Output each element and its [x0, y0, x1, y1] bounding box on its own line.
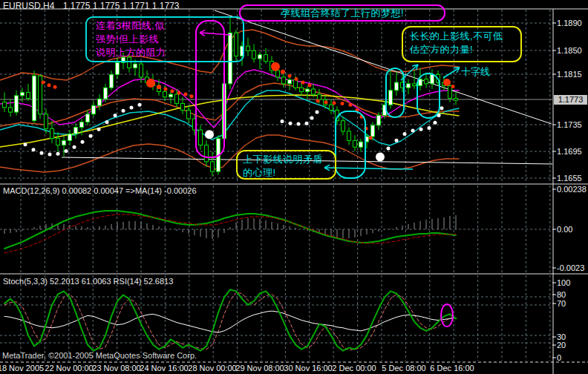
macd-axis-label: 0.00: [557, 225, 572, 234]
candle-body: [407, 84, 411, 88]
sar-dot-red: [271, 62, 280, 71]
candle-body: [163, 92, 167, 97]
annotation-line: 上下影线说明矛盾: [243, 153, 335, 166]
candle-body: [454, 98, 458, 100]
candle-body: [187, 110, 191, 119]
sar-dot-white: [316, 111, 319, 114]
sar-dot-red: [324, 100, 328, 104]
sar-dot-white: [32, 148, 36, 151]
candle-body: [211, 162, 215, 171]
candle-body: [39, 76, 42, 114]
mt4-chart-window: EURUSD,H4 1.1775 1.1775 1.1771 1.1773 MA…: [0, 0, 588, 374]
candle-body: [431, 74, 434, 83]
sar-dot-white: [440, 106, 444, 110]
time-axis-label: 22 Nov 00:00: [45, 364, 93, 373]
time-axis-label: 29 Nov 08:00: [235, 364, 284, 373]
sar-dot-red: [451, 85, 455, 88]
sar-dot-white: [281, 119, 284, 123]
candle-body: [288, 80, 292, 84]
sar-dot-white: [48, 153, 52, 157]
sar-dot-red: [281, 70, 285, 74]
annotation-upper-lower-shadow[interactable]: 上下影线说明矛盾 的心理!: [236, 150, 336, 180]
sar-dot-red: [177, 91, 181, 95]
sar-dot-red: [164, 87, 168, 91]
sar-dot-red: [184, 93, 188, 96]
time-axis-label: 24 Nov 16:00: [140, 364, 188, 373]
sar-dot-red: [316, 99, 320, 102]
candle-body: [353, 140, 357, 147]
rsi-line: [4, 311, 456, 332]
sar-dot-white: [411, 129, 415, 133]
sar-dot-red: [333, 101, 336, 105]
sar-dot-white: [205, 130, 214, 139]
current-price-tag: 1.1773: [554, 95, 587, 105]
sar-dot-white: [419, 128, 423, 131]
candle-body: [134, 64, 137, 68]
time-axis-label: 18 Nov 2005: [0, 364, 44, 373]
macd-axis-label: 0.00238: [557, 185, 587, 194]
time-axis-label: 30 Nov 16:00: [284, 364, 332, 373]
candle-body: [264, 55, 268, 62]
annotation-three-bull-candles[interactable]: 连着3根阳线,似 强势!但上影线 说明上方的阻力: [85, 16, 244, 62]
sar-dot-white: [89, 134, 93, 138]
sar-dot-white: [40, 151, 44, 155]
candle-body: [21, 92, 24, 95]
sar-dot-red: [443, 79, 451, 86]
price-axis-label: 1.1850: [557, 46, 582, 55]
stoch-rsi-indicator-label: Stoch(5,3,3) 52.2013 61.0063 RSI(14) 52.…: [3, 277, 173, 286]
stoch-axis-label: 0: [557, 353, 561, 362]
sar-dot-white: [395, 139, 399, 142]
candle-body: [86, 114, 90, 122]
annotation-harami-pattern[interactable]: 孕线组合终结了上行的梦想!: [239, 4, 445, 22]
sar-dot-red: [301, 81, 305, 85]
sar-dot-red: [349, 103, 353, 107]
candle-body: [330, 105, 333, 110]
annotation-long-upper-shadow[interactable]: 长长的上影线,不可低 估空方的力量!: [402, 26, 522, 62]
sar-dot-white: [434, 121, 437, 125]
ohlc-values: 1.1775 1.1775 1.1771 1.1773: [63, 1, 180, 11]
candle-body: [312, 89, 316, 94]
sar-dot-white: [105, 120, 109, 124]
candle-body: [377, 116, 381, 125]
sar-dot-red: [295, 77, 298, 81]
sar-dot-white: [403, 132, 407, 136]
price-axis-label: 1.1815: [557, 70, 582, 79]
sar-dot-white: [297, 122, 301, 126]
candle-body: [33, 76, 36, 120]
time-axis-label: 23 Nov 08:00: [92, 364, 140, 373]
candle-body: [74, 128, 78, 134]
sar-dot-white: [310, 117, 314, 120]
sar-dot-white: [122, 109, 125, 113]
sar-dot-white: [305, 122, 309, 125]
candle-body: [104, 88, 108, 99]
sar-dot-red: [369, 136, 373, 140]
candle-body: [116, 62, 120, 74]
sar-dot-white: [289, 122, 293, 125]
candle-body: [300, 88, 304, 91]
price-axis-label: 1.1735: [557, 120, 582, 129]
annotation-line: 估空方的力量!: [410, 43, 520, 56]
sar-dot-white: [387, 147, 391, 151]
candle-body: [448, 86, 452, 99]
sar-dot-red: [48, 83, 51, 87]
candle-body: [98, 99, 102, 105]
sar-dot-red: [42, 81, 45, 85]
sar-dot-white: [65, 149, 68, 153]
sar-dot-white: [138, 103, 142, 107]
candle-body: [205, 145, 209, 162]
annotation-doji-label[interactable]: 十字线: [461, 65, 490, 79]
candle-body: [413, 84, 416, 86]
sar-dot-white: [428, 126, 431, 130]
candle-body: [169, 94, 173, 97]
candle-body: [246, 46, 250, 50]
candle-body: [9, 108, 13, 112]
time-axis-label: 28 Nov 00:00: [188, 364, 236, 373]
candle-body: [282, 77, 286, 84]
sar-dot-white: [56, 152, 60, 156]
annotation-line: 连着3根阳线,似: [96, 19, 243, 33]
candle-body: [56, 139, 60, 145]
annotation-arrow: [324, 168, 413, 169]
annotation-line: 的心理!: [243, 166, 335, 180]
candle-body: [181, 104, 185, 111]
chart-title: EURUSD,H4 1.1775 1.1775 1.1771 1.1773: [3, 1, 180, 11]
